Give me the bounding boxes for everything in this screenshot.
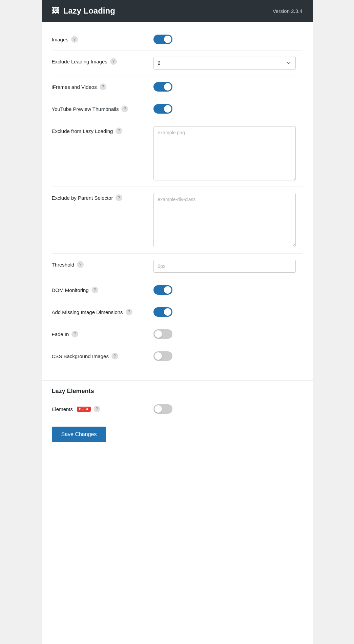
youtube-label: YouTube Preview Thumbnails ? (52, 104, 153, 112)
lazy-elements-content: Elements BETA ? (42, 398, 313, 420)
fade-in-toggle[interactable] (153, 329, 172, 339)
images-label: Images ? (52, 35, 153, 43)
setting-row-fade-in: Fade In ? (52, 323, 303, 345)
beta-badge: BETA (77, 407, 90, 412)
fade-in-help-icon[interactable]: ? (71, 331, 78, 337)
parent-selector-control (153, 193, 303, 247)
missing-dims-control (153, 307, 303, 317)
setting-row-missing-dims: Add Missing Image Dimensions ? (52, 301, 303, 323)
iframes-toggle-slider (153, 82, 172, 92)
header: 🖼 Lazy Loading Version 2.3.4 (42, 0, 313, 22)
youtube-toggle-slider (153, 104, 172, 114)
setting-row-parent-selector: Exclude by Parent Selector ? (52, 187, 303, 254)
dom-toggle[interactable] (153, 285, 172, 295)
fade-in-control (153, 329, 303, 339)
threshold-control (153, 260, 303, 273)
parent-selector-textarea[interactable] (153, 193, 296, 247)
youtube-toggle[interactable] (153, 104, 172, 114)
images-help-icon[interactable]: ? (71, 36, 78, 43)
setting-row-images: Images ? (52, 28, 303, 51)
youtube-control (153, 104, 303, 114)
dom-control (153, 285, 303, 295)
save-button[interactable]: Save Changes (52, 427, 106, 442)
lazy-elements-heading: Lazy Elements (42, 381, 313, 398)
exclude-lazy-control (153, 126, 303, 180)
css-bg-help-icon[interactable]: ? (111, 353, 118, 359)
missing-dims-toggle[interactable] (153, 307, 172, 317)
setting-row-iframes: iFrames and Videos ? (52, 76, 303, 98)
version-label: Version 2.3.4 (273, 8, 303, 14)
missing-dims-help-icon[interactable]: ? (126, 309, 132, 315)
images-toggle-slider (153, 35, 172, 44)
lazy-loading-icon: 🖼 (52, 6, 59, 15)
exclude-lazy-help-icon[interactable]: ? (116, 128, 122, 134)
dom-label: DOM Monitoring ? (52, 285, 153, 293)
page-wrapper: 🖼 Lazy Loading Version 2.3.4 Images ? Ex… (42, 0, 313, 644)
setting-row-exclude-lazy: Exclude from Lazy Loading ? (52, 120, 303, 187)
threshold-input[interactable] (153, 260, 296, 273)
fade-in-toggle-slider (153, 329, 172, 339)
lazy-elements-section: Lazy Elements Elements BETA ? (42, 381, 313, 420)
iframes-toggle[interactable] (153, 82, 172, 92)
threshold-help-icon[interactable]: ? (77, 261, 84, 268)
setting-row-elements: Elements BETA ? (52, 398, 303, 420)
dom-help-icon[interactable]: ? (91, 287, 98, 293)
css-bg-control (153, 351, 303, 361)
css-bg-label: CSS Background Images ? (52, 351, 153, 359)
app-title: Lazy Loading (63, 6, 115, 16)
elements-control (153, 404, 303, 414)
youtube-help-icon[interactable]: ? (121, 105, 128, 112)
exclude-lazy-label: Exclude from Lazy Loading ? (52, 126, 153, 134)
missing-dims-toggle-slider (153, 307, 172, 317)
settings-content: Images ? Exclude Leading Images ? 0 1 2 (42, 22, 313, 377)
missing-dims-label: Add Missing Image Dimensions ? (52, 307, 153, 315)
setting-row-css-bg: CSS Background Images ? (52, 345, 303, 367)
parent-selector-help-icon[interactable]: ? (116, 194, 122, 201)
elements-toggle-slider (153, 404, 172, 414)
images-control (153, 35, 303, 44)
exclude-leading-help-icon[interactable]: ? (110, 58, 117, 65)
iframes-label: iFrames and Videos ? (52, 82, 153, 90)
threshold-label: Threshold ? (52, 260, 153, 268)
setting-row-exclude-leading: Exclude Leading Images ? 0 1 2 3 4 5 (52, 51, 303, 76)
exclude-leading-label: Exclude Leading Images ? (52, 57, 153, 65)
elements-toggle[interactable] (153, 404, 172, 414)
header-title: 🖼 Lazy Loading (52, 6, 115, 16)
dom-toggle-slider (153, 285, 172, 295)
elements-label: Elements BETA ? (52, 404, 153, 412)
setting-row-threshold: Threshold ? (52, 254, 303, 279)
css-bg-toggle[interactable] (153, 351, 172, 361)
setting-row-dom: DOM Monitoring ? (52, 279, 303, 301)
fade-in-label: Fade In ? (52, 329, 153, 337)
iframes-help-icon[interactable]: ? (100, 83, 106, 90)
exclude-leading-control: 0 1 2 3 4 5 (153, 57, 303, 70)
parent-selector-label: Exclude by Parent Selector ? (52, 193, 153, 201)
setting-row-youtube: YouTube Preview Thumbnails ? (52, 98, 303, 120)
exclude-leading-select[interactable]: 0 1 2 3 4 5 (153, 57, 296, 70)
elements-help-icon[interactable]: ? (93, 406, 100, 412)
images-toggle[interactable] (153, 35, 172, 44)
css-bg-toggle-slider (153, 351, 172, 361)
iframes-control (153, 82, 303, 92)
exclude-lazy-textarea[interactable] (153, 126, 296, 180)
